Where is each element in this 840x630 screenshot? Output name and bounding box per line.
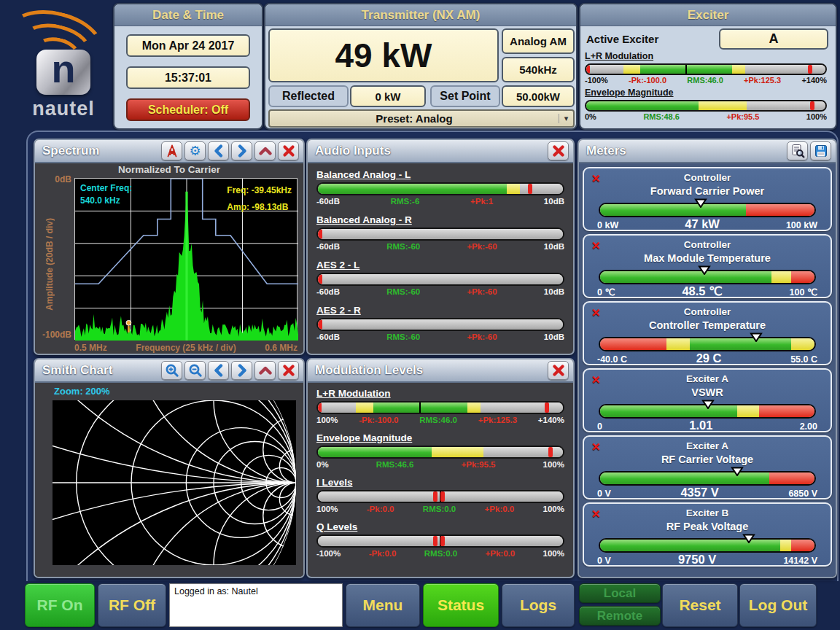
meter-card-controller-forward-carrier-power: ✕ControllerForward Carrier Power0 kW47 k… bbox=[583, 167, 832, 231]
q-levels-meter: Q Levels-100%-Pk:0.0RMS:0.0+Pk:0.0100% bbox=[316, 521, 564, 558]
i-levels-bar bbox=[316, 490, 564, 503]
meters-panel-title: Meters bbox=[586, 144, 626, 158]
meter-bar bbox=[599, 337, 816, 351]
envelope-magnitude-scale: 0%RMS:46.6+Pk:95.5100% bbox=[316, 460, 564, 469]
balanced-analog-r-meter: Balanced Analog - R-60dBRMS:-60+Pk:-6010… bbox=[316, 214, 564, 251]
meter-remove-button[interactable]: ✕ bbox=[591, 508, 601, 521]
spectrum-chev-up-button[interactable] bbox=[254, 141, 276, 160]
audio-inputs-toolbar bbox=[548, 141, 569, 160]
audio-inputs-close-button[interactable] bbox=[548, 141, 569, 160]
chev-left-icon bbox=[211, 363, 226, 378]
i-levels-scale: 100%-Pk:0.0RMS:0.0+Pk:0.0100% bbox=[316, 505, 564, 513]
aes-2-l-scale: -60dBRMS:-60+Pk:-6010dB bbox=[316, 287, 564, 296]
l-r-modulation-scale: 100%-Pk:-100.0RMS:46.0+Pk:125.3+140% bbox=[316, 416, 564, 424]
transmitter-panel: Transmitter (NX AM) 49 kW Analog AM 540k… bbox=[264, 3, 578, 130]
meter-pointer bbox=[742, 533, 755, 542]
spectrum-y-top-label: 0dB bbox=[38, 174, 71, 184]
aes-2-r-bar bbox=[316, 318, 564, 331]
smith-close-button[interactable] bbox=[278, 361, 299, 380]
nautel-aui-screen: n nautel Date & Time Mon Apr 24 2017 15:… bbox=[0, 0, 840, 630]
envelope-magnitude-meter: Envelope Magnitude0%RMS:48.6+Pk:95.5100% bbox=[585, 88, 827, 121]
l-r-modulation-bar bbox=[585, 63, 827, 75]
setpoint-label: Set Point bbox=[430, 85, 500, 107]
rf-on-button[interactable]: RF On bbox=[25, 583, 95, 627]
preset-dropdown[interactable]: Preset: Analog ▾ bbox=[268, 109, 575, 128]
chev-right-icon bbox=[235, 144, 249, 158]
q-levels-scale: -100%-Pk:0.0RMS:0.0+Pk:0.0100% bbox=[316, 549, 564, 558]
smith-chev-up-button[interactable] bbox=[254, 361, 276, 380]
logo-mark: n bbox=[36, 50, 90, 95]
meters-toolbar bbox=[787, 141, 831, 160]
aes-2-l-meter: AES 2 - L-60dBRMS:-60+Pk:-6010dB bbox=[316, 260, 564, 296]
spectrum-canvas[interactable]: Center Freq:540.0 kHz Freq: -39.45kHzAmp… bbox=[74, 178, 298, 340]
meter-remove-button[interactable]: ✕ bbox=[591, 172, 601, 185]
meter-card-exciter-a-vswr: ✕Exciter AVSWR01.012.00 bbox=[583, 368, 832, 432]
meters-inspect-button[interactable] bbox=[787, 141, 808, 160]
q-levels-label: Q Levels bbox=[316, 521, 564, 532]
close-icon bbox=[281, 363, 296, 378]
meter-pointer bbox=[698, 265, 711, 274]
l-r-modulation-meter: L+R Modulation100%-Pk:-100.0RMS:46.0+Pk:… bbox=[316, 388, 564, 424]
menu-button[interactable]: Menu bbox=[346, 583, 420, 627]
inspect-icon bbox=[790, 144, 805, 158]
spectrum-close-button[interactable] bbox=[278, 141, 299, 160]
meters-panel: Meters ✕ControllerForward Carrier Power0… bbox=[578, 139, 837, 578]
scheduler-button[interactable]: Scheduler: Off bbox=[126, 98, 250, 121]
rf-off-button[interactable]: RF Off bbox=[98, 583, 166, 627]
meter-remove-button[interactable]: ✕ bbox=[591, 306, 601, 319]
gear-icon: ⚙ bbox=[189, 144, 201, 158]
meter-pointer bbox=[694, 198, 707, 207]
smith-zoom-out-button[interactable] bbox=[184, 361, 206, 380]
reset-button[interactable]: Reset bbox=[662, 583, 738, 627]
login-status-box: Logged in as: Nautel bbox=[169, 583, 343, 627]
meter-pointer bbox=[750, 332, 763, 341]
save-icon bbox=[814, 144, 828, 158]
balanced-analog-r-label: Balanced Analog - R bbox=[316, 214, 564, 225]
spectrum-cursor-readout: Freq: -39.45kHzAmp: -98.13dB bbox=[227, 182, 292, 216]
close-icon bbox=[551, 144, 566, 158]
logout-button[interactable]: Log Out bbox=[739, 583, 817, 627]
spectrum-chev-right-button[interactable] bbox=[231, 141, 252, 160]
spectrum-gear-button[interactable]: ⚙ bbox=[184, 141, 206, 160]
meters-save-button[interactable] bbox=[810, 141, 831, 160]
aes-2-l-label: AES 2 - L bbox=[316, 260, 564, 271]
meter-card-controller-controller-temperature: ✕ControllerController Temperature-40.0 C… bbox=[583, 301, 832, 365]
meter-pointer bbox=[701, 399, 715, 408]
meter-bar bbox=[599, 471, 816, 486]
smith-chev-left-button[interactable] bbox=[208, 361, 229, 380]
meter-remove-button[interactable]: ✕ bbox=[591, 239, 601, 252]
meter-scale: 0 V4357 V6850 V bbox=[597, 486, 817, 499]
smith-chart-panel: Smith Chart Zoom: 200% bbox=[34, 358, 305, 578]
spectrum-chev-left-button[interactable] bbox=[208, 141, 229, 160]
balanced-analog-l-label: Balanced Analog - L bbox=[316, 169, 564, 180]
preset-label: Preset: Analog bbox=[270, 112, 559, 125]
modulation-levels-panel-title: Modulation Levels bbox=[315, 363, 423, 378]
remote-button[interactable]: Remote bbox=[579, 606, 661, 626]
meter-title: ControllerController Temperature bbox=[584, 303, 831, 332]
envelope-magnitude-scale: 0%RMS:48.6+Pk:95.5100% bbox=[585, 112, 827, 121]
local-button[interactable]: Local bbox=[579, 583, 661, 603]
smith-zoom-in-button[interactable] bbox=[161, 361, 182, 380]
spectrum-plot-title: Normalized To Carrier bbox=[35, 164, 303, 175]
balanced-analog-r-bar bbox=[316, 228, 564, 241]
chev-up-icon bbox=[258, 363, 273, 378]
envelope-magnitude-meter: Envelope Magnitude0%RMS:46.6+Pk:95.5100% bbox=[316, 432, 564, 469]
smith-canvas[interactable] bbox=[52, 400, 296, 565]
balanced-analog-l-bar bbox=[316, 182, 564, 195]
logs-button[interactable]: Logs bbox=[502, 583, 575, 627]
spectrum-antenna-button[interactable] bbox=[161, 141, 182, 160]
balanced-analog-l-meter: Balanced Analog - L-60dBRMS:-6+Pk:110dB bbox=[316, 169, 564, 206]
status-button[interactable]: Status bbox=[423, 583, 499, 627]
meter-remove-button[interactable]: ✕ bbox=[591, 440, 601, 454]
meter-scale: 0 kW47 kW100 kW bbox=[597, 217, 817, 231]
smith-chev-right-button[interactable] bbox=[231, 361, 252, 380]
modulation-levels-close-button[interactable] bbox=[548, 361, 569, 380]
balanced-analog-l-scale: -60dBRMS:-6+Pk:110dB bbox=[316, 197, 564, 206]
active-exciter-label: Active Exciter bbox=[586, 33, 658, 45]
meter-remove-button[interactable]: ✕ bbox=[591, 373, 601, 386]
spectrum-plot: Normalized To Carrier 0dB -100dB Amplitu… bbox=[35, 163, 303, 354]
setpoint-value: 50.00kW bbox=[502, 85, 575, 107]
meter-card-exciter-a-rf-carrier-voltage: ✕Exciter ARF Carrier Voltage0 V4357 V685… bbox=[583, 435, 832, 499]
transmitter-panel-title: Transmitter (NX AM) bbox=[265, 4, 576, 26]
chev-right-icon bbox=[235, 363, 249, 378]
